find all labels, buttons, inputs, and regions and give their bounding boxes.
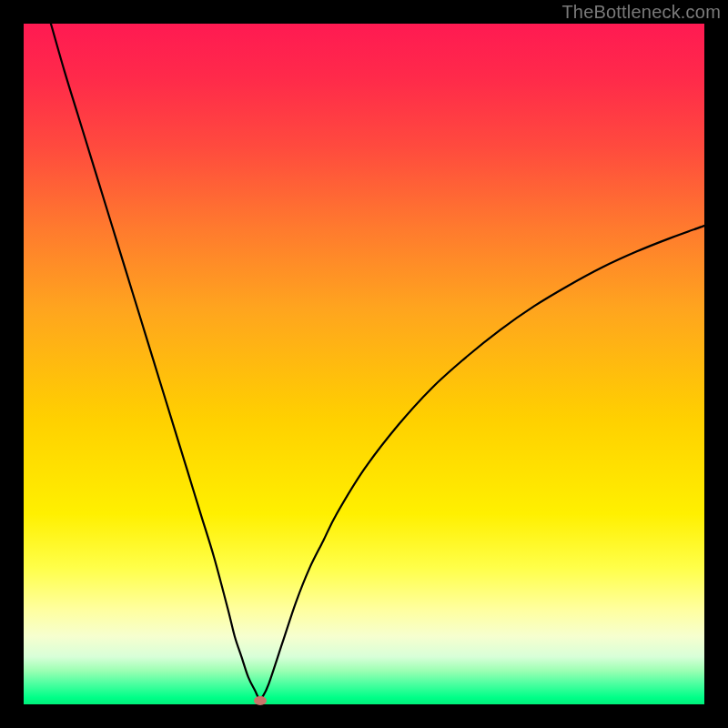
bottleneck-curve [24, 24, 704, 704]
watermark-text: TheBottleneck.com [561, 2, 721, 23]
plot-area [24, 24, 704, 704]
optimum-marker [254, 696, 267, 705]
chart-frame: TheBottleneck.com [0, 0, 728, 728]
